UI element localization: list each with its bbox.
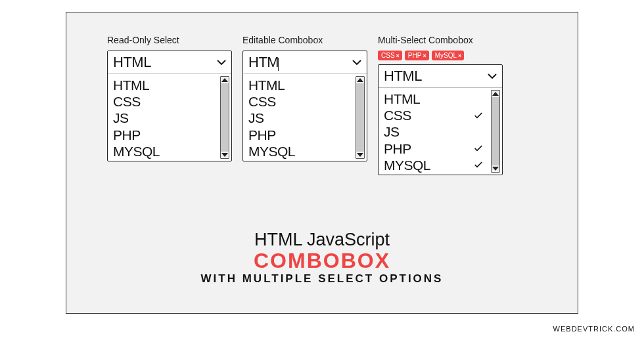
- scroll-up-icon: [357, 78, 363, 82]
- scroll-thumb[interactable]: [492, 97, 499, 165]
- multi-select-head[interactable]: HTML: [379, 65, 502, 88]
- readonly-value: HTML: [113, 54, 151, 71]
- list-item[interactable]: JS: [248, 110, 364, 126]
- readonly-label: Read-Only Select: [107, 35, 232, 45]
- hero-line-3: WITH MULTIPLE SELECT OPTIONS: [66, 272, 578, 285]
- scroll-up-icon: [221, 78, 228, 82]
- editable-input[interactable]: HTM: [248, 54, 279, 71]
- readonly-combobox: HTML HTML CSS JS PHP MYSQL: [107, 51, 232, 161]
- editable-combobox: HTM HTML CSS JS PHP MYSQL: [242, 51, 367, 161]
- check-icon: [473, 110, 484, 121]
- text-cursor-icon: [278, 58, 279, 71]
- readonly-option-list: HTML CSS JS PHP MYSQL: [108, 74, 231, 161]
- tag-css[interactable]: CSS×: [378, 51, 402, 60]
- chevron-down-icon: [351, 56, 363, 68]
- scrollbar[interactable]: [220, 76, 229, 159]
- tag-label: CSS: [381, 52, 395, 59]
- list-item[interactable]: CSS: [113, 93, 229, 110]
- watermark: WEBDEVTRICK.COM: [553, 325, 635, 333]
- hero-line-1: HTML JavaScript: [66, 230, 578, 250]
- multi-value: HTML: [384, 68, 422, 85]
- list-item[interactable]: MYSQL: [248, 143, 364, 159]
- list-item[interactable]: HTML: [113, 77, 229, 93]
- multi-column: Multi-Select Combobox CSS× PHP× MySQL× H…: [378, 35, 503, 175]
- editable-input-head[interactable]: HTM: [243, 51, 367, 74]
- close-icon[interactable]: ×: [423, 53, 426, 59]
- check-icon: [473, 143, 484, 154]
- scrollbar[interactable]: [356, 76, 365, 159]
- multi-combobox: HTML HTML CSS JS PHP MYSQL: [378, 64, 503, 175]
- scrollbar[interactable]: [491, 90, 500, 173]
- list-item[interactable]: PHP: [248, 127, 364, 143]
- scroll-down-icon: [221, 153, 228, 157]
- scroll-down-icon: [357, 153, 363, 157]
- scroll-thumb[interactable]: [221, 83, 229, 152]
- close-icon[interactable]: ×: [396, 53, 400, 59]
- scroll-up-icon: [492, 92, 499, 96]
- multi-option-list: HTML CSS JS PHP MYSQL: [379, 88, 502, 175]
- tag-mysql[interactable]: MySQL×: [432, 51, 465, 60]
- tag-label: MySQL: [435, 52, 457, 59]
- demo-frame: Read-Only Select HTML HTML CSS JS PHP MY…: [66, 12, 578, 314]
- readonly-column: Read-Only Select HTML HTML CSS JS PHP MY…: [107, 35, 232, 161]
- list-item[interactable]: HTML: [248, 77, 364, 93]
- check-icon: [473, 159, 484, 170]
- hero-line-2: COMBOBOX: [66, 250, 578, 271]
- selected-tags: CSS× PHP× MySQL×: [378, 51, 503, 60]
- chevron-down-icon: [216, 56, 227, 68]
- editable-column: Editable Combobox HTM HTML CSS JS PHP MY…: [242, 35, 367, 161]
- editable-option-list: HTML CSS JS PHP MYSQL: [243, 74, 367, 161]
- hero-title: HTML JavaScript COMBOBOX WITH MULTIPLE S…: [66, 230, 578, 285]
- list-item[interactable]: JS: [384, 123, 499, 140]
- close-icon[interactable]: ×: [458, 53, 461, 59]
- readonly-select-head[interactable]: HTML: [108, 51, 231, 74]
- list-item[interactable]: PHP: [113, 127, 229, 143]
- list-item[interactable]: MYSQL: [113, 143, 229, 159]
- scroll-thumb[interactable]: [356, 83, 364, 152]
- editable-label: Editable Combobox: [242, 35, 367, 45]
- tag-label: PHP: [408, 52, 422, 59]
- scroll-down-icon: [492, 167, 499, 171]
- chevron-down-icon: [486, 70, 498, 82]
- list-item[interactable]: HTML: [384, 91, 499, 107]
- list-item[interactable]: CSS: [248, 93, 364, 110]
- list-item[interactable]: JS: [113, 110, 229, 126]
- editable-value: HTM: [248, 54, 279, 70]
- multi-label: Multi-Select Combobox: [378, 35, 503, 45]
- tag-php[interactable]: PHP×: [405, 51, 429, 60]
